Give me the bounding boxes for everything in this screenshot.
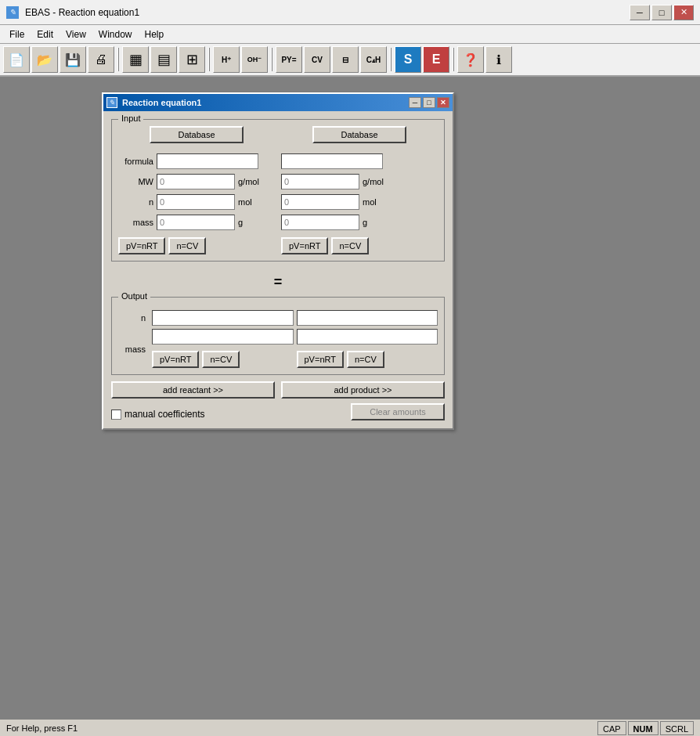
manual-coefficients-checkbox[interactable] <box>111 409 121 420</box>
output-side-labels: n mass <box>118 310 146 368</box>
db-s-button[interactable]: S <box>395 46 421 73</box>
table1-button[interactable]: ▦ <box>122 46 149 73</box>
ncv-right-button[interactable]: n=CV <box>331 237 369 254</box>
table2-button[interactable]: ▤ <box>150 46 177 73</box>
mass-left-label: mass <box>118 218 153 227</box>
n-left-unit: mol <box>238 197 252 207</box>
pye-art-button[interactable]: PY= <box>276 46 302 73</box>
c4h-button[interactable]: C₄H <box>360 46 387 73</box>
inner-minimize-button[interactable]: ─ <box>409 97 421 108</box>
add-product-button[interactable]: add product >> <box>281 381 445 399</box>
add-reactant-button[interactable]: add reactant >> <box>111 381 275 399</box>
mw-right-input[interactable] <box>281 174 359 189</box>
output-mass-fields <box>152 329 438 345</box>
n-left-input[interactable] <box>157 194 235 210</box>
workspace: ✎ Reaction equation1 ─ □ ✕ Input Da <box>0 77 700 719</box>
manual-coefficients-label: manual coefficients <box>124 409 205 420</box>
help1-button[interactable]: ❓ <box>457 46 484 73</box>
output-mass-left <box>152 329 294 345</box>
menu-view[interactable]: View <box>60 27 92 41</box>
mw-right-row: g/mol <box>281 173 438 190</box>
help2-button[interactable]: ℹ <box>485 46 512 73</box>
mw-left-input[interactable] <box>157 174 235 189</box>
output-ncv-left-button[interactable]: n=CV <box>202 351 240 368</box>
maximize-button[interactable]: □ <box>651 5 672 20</box>
mw-left-label: MW <box>118 177 153 186</box>
table1-icon: ▦ <box>129 51 143 68</box>
pvnrt-left-button[interactable]: pV=nRT <box>118 237 165 254</box>
inner-window-icon: ✎ <box>106 97 117 108</box>
h-plus-button[interactable]: H⁺ <box>213 46 240 73</box>
open-button[interactable]: 📂 <box>31 46 58 73</box>
n-left-label: n <box>118 197 153 207</box>
menu-window[interactable]: Window <box>92 27 139 41</box>
right-calc-buttons: pV=nRT n=CV <box>281 237 438 254</box>
formula-right-row <box>281 153 438 170</box>
toolbar-sep-3 <box>271 48 272 71</box>
n-right-unit: mol <box>363 197 377 207</box>
menu-edit[interactable]: Edit <box>31 27 60 41</box>
close-button[interactable]: ✕ <box>673 5 694 20</box>
app-icon: ✎ <box>6 6 19 19</box>
inner-title-controls: ─ □ ✕ <box>409 97 449 108</box>
inner-window: ✎ Reaction equation1 ─ □ ✕ Input Da <box>102 92 454 430</box>
rect-icon: ⊟ <box>342 56 348 64</box>
input-section: Database formula MW g/mol n <box>118 126 438 254</box>
inner-window-title: Reaction equation1 <box>122 98 201 107</box>
input-right-column: Database g/mol mol <box>281 126 438 254</box>
scrl-indicator: SCRL <box>660 721 694 735</box>
output-n-fields <box>152 310 438 326</box>
minimize-button[interactable]: ─ <box>630 5 650 20</box>
mass-left-input[interactable] <box>157 215 235 230</box>
n-right-input[interactable] <box>281 194 359 210</box>
title-bar-left: ✎ EBAS - Reaction equation1 <box>6 6 139 19</box>
output-ncv-right-button[interactable]: n=CV <box>347 351 384 368</box>
mass-right-row: g <box>281 214 438 231</box>
db-e-button[interactable]: E <box>423 46 449 73</box>
output-pvnrt-left-button[interactable]: pV=nRT <box>152 351 199 368</box>
clear-amounts-button[interactable]: Clear amounts <box>351 403 445 420</box>
help2-icon: ℹ <box>496 52 501 67</box>
formula-left-label: formula <box>118 157 153 166</box>
table2-icon: ▤ <box>157 51 171 68</box>
left-calc-buttons: pV=nRT n=CV <box>118 237 275 254</box>
menu-help[interactable]: Help <box>139 27 171 41</box>
formula-left-input[interactable] <box>157 153 258 169</box>
output-n-left <box>152 310 294 326</box>
table3-button[interactable]: ⊞ <box>179 46 205 73</box>
rec-cv-button[interactable]: CV <box>304 46 330 73</box>
mass-right-unit: g <box>363 218 367 227</box>
h-plus-icon: H⁺ <box>222 56 231 64</box>
output-n-right <box>297 310 438 326</box>
save-button[interactable]: 💾 <box>60 46 86 73</box>
new-icon: 📄 <box>9 52 24 67</box>
inner-title-left: ✎ Reaction equation1 <box>106 97 201 108</box>
mass-right-input[interactable] <box>281 215 359 230</box>
app-title: EBAS - Reaction equation1 <box>25 7 139 18</box>
rect-button[interactable]: ⊟ <box>332 46 359 73</box>
oh-minus-icon: OH⁻ <box>247 56 262 63</box>
manual-coefficients-row: manual coefficients <box>111 408 275 420</box>
toolbar-sep-5 <box>453 48 454 71</box>
input-group-label: Input <box>118 114 143 123</box>
database-left-button[interactable]: Database <box>150 126 244 143</box>
pvnrt-right-button[interactable]: pV=nRT <box>281 237 328 254</box>
output-pvnrt-right-button[interactable]: pV=nRT <box>297 351 344 368</box>
c4h-icon: C₄H <box>366 56 381 64</box>
new-button[interactable]: 📄 <box>3 46 30 73</box>
inner-close-button[interactable]: ✕ <box>437 97 449 108</box>
menu-file[interactable]: File <box>3 27 31 41</box>
toolbar-sep-4 <box>390 48 391 71</box>
toolbar-sep-1 <box>117 48 119 71</box>
toolbar: 📄 📂 💾 🖨 ▦ ▤ ⊞ H⁺ OH⁻ PY= CV ⊟ C₄H S E <box>0 44 700 77</box>
print-button[interactable]: 🖨 <box>88 46 114 73</box>
database-right-button[interactable]: Database <box>312 126 406 143</box>
output-group-box: Output n mass <box>111 297 445 375</box>
formula-right-input[interactable] <box>281 153 383 169</box>
mw-right-unit: g/mol <box>363 177 384 186</box>
input-group-box: Input Database formula MW <box>111 119 445 262</box>
toolbar-sep-2 <box>208 48 210 71</box>
ncv-left-button[interactable]: n=CV <box>168 237 206 254</box>
inner-maximize-button[interactable]: □ <box>423 97 435 108</box>
oh-minus-button[interactable]: OH⁻ <box>241 46 268 73</box>
